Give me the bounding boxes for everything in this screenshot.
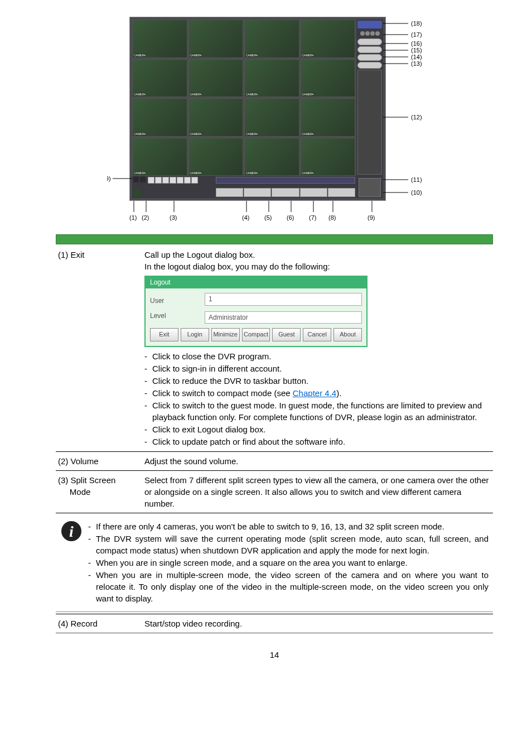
section-bar [56, 234, 493, 244]
row2-label: (2) Volume [56, 451, 142, 470]
user-field[interactable]: 1 [205, 293, 362, 306]
chapter-link[interactable]: Chapter 4.4 [293, 388, 336, 398]
svg-text:(19): (19) [107, 175, 111, 182]
exit-button[interactable]: Exit [150, 328, 178, 341]
info-item-4: When you are in multiple-screen mode, th… [88, 569, 489, 604]
svg-text:(2): (2) [142, 214, 149, 221]
exit-intro2: In the logout dialog box, you may do the… [144, 261, 491, 272]
svg-text:(1): (1) [129, 214, 137, 221]
svg-text:(15): (15) [411, 47, 422, 54]
svg-text:(7): (7) [309, 214, 316, 221]
svg-text:(17): (17) [411, 31, 422, 38]
svg-text:(6): (6) [287, 214, 294, 221]
row3-content: Select from 7 different split screen typ… [142, 470, 493, 513]
svg-text:(10): (10) [411, 189, 422, 196]
guest-button[interactable]: Guest [272, 328, 301, 341]
svg-text:(16): (16) [411, 40, 422, 47]
logout-title: Logout [146, 277, 366, 288]
row1-content: Call up the Logout dialog box. In the lo… [142, 245, 493, 451]
info-item-1: If there are only 4 cameras, you won't b… [88, 521, 489, 532]
login-button[interactable]: Login [181, 328, 209, 341]
cancel-button[interactable]: Cancel [303, 328, 331, 341]
dvr-app-window [129, 17, 386, 201]
dvr-screenshot-figure: (18) (17) (16) (15) (14) (13) (12) (11) … [107, 17, 442, 223]
svg-text:(9): (9) [367, 214, 375, 221]
video-grid [132, 20, 355, 176]
svg-text:(18): (18) [411, 20, 422, 27]
bottom-bar [132, 176, 383, 198]
svg-text:(4): (4) [242, 214, 249, 221]
svg-text:(11): (11) [411, 176, 422, 183]
level-field[interactable]: Administrator [205, 311, 362, 324]
level-label: Level [150, 311, 200, 321]
row4-content: Start/stop video recording. [142, 614, 493, 633]
row4-label: (4) Record [56, 614, 142, 633]
svg-text:(12): (12) [411, 114, 422, 121]
name-table: (1) Exit Call up the Logout dialog box. … [56, 245, 493, 633]
exit-intro1: Call up the Logout dialog box. [144, 249, 491, 261]
page-number: 14 [56, 650, 493, 659]
about-button[interactable]: About [333, 328, 362, 341]
info-item-2: The DVR system will save the current ope… [88, 533, 489, 556]
minimize-button[interactable]: Minimize [211, 328, 240, 341]
svg-text:(3): (3) [170, 214, 177, 221]
row1-label: (1) Exit [56, 245, 142, 451]
row2-content: Adjust the sound volume. [142, 451, 493, 470]
svg-text:(13): (13) [411, 60, 422, 67]
svg-text:(5): (5) [264, 214, 272, 221]
info-box: i If there are only 4 cameras, you won't… [58, 517, 491, 608]
row3-label: (3) Split Screen Mode [56, 470, 142, 513]
exit-bullets: Click to close the DVR program. Click to… [144, 350, 491, 447]
user-label: User [150, 296, 200, 306]
right-panel [356, 20, 383, 176]
logout-dialog: Logout User Level 1 Administrator Exit L… [144, 276, 367, 347]
info-item-3: When you are in single screen mode, and … [88, 557, 489, 569]
svg-text:(8): (8) [328, 214, 336, 221]
info-icon: i [60, 520, 83, 542]
svg-text:(14): (14) [411, 54, 422, 60]
svg-text:i: i [69, 523, 74, 540]
compact-button[interactable]: Compact [242, 328, 270, 341]
